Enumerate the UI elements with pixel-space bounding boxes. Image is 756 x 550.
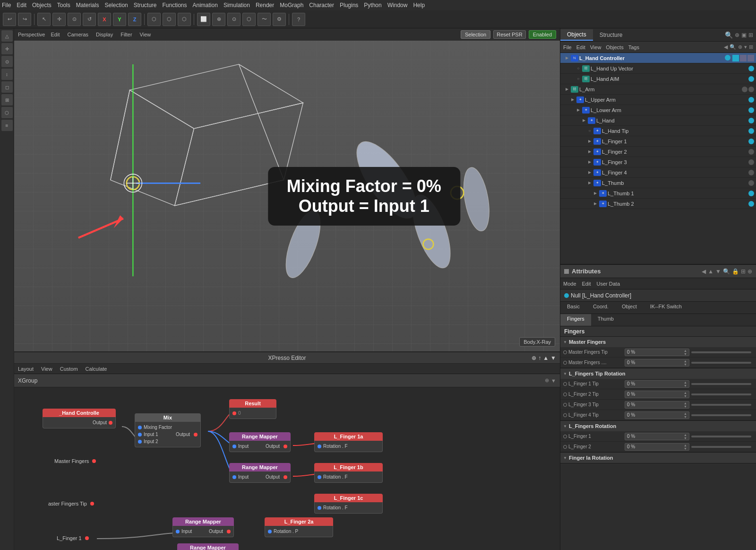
node-mix[interactable]: Mix Mixing Factor Input 1 Output <box>135 413 201 447</box>
menu-window[interactable]: Window <box>387 2 408 9</box>
menu-tools[interactable]: Tools <box>57 2 70 9</box>
obj-menu-tags[interactable]: Tags <box>628 44 639 50</box>
select-tool[interactable]: ↖ <box>37 13 51 26</box>
menu-render[interactable]: Render <box>256 2 274 9</box>
obj-toolbar-search[interactable]: 🔍 <box>730 44 736 50</box>
xp-menu-custom[interactable]: Custom <box>60 366 78 372</box>
lfingers-rot-header[interactable]: ▼ L_Fingers Rotation <box>560 421 756 431</box>
triangle-lhand[interactable]: ▶ <box>564 55 570 61</box>
spline-tool[interactable]: 〜 <box>258 13 271 26</box>
menu-simulation[interactable]: Simulation <box>223 2 250 9</box>
value-master-tip[interactable]: 0 % ▲ ▼ <box>625 349 689 356</box>
search-icon[interactable]: 🔍 <box>725 31 733 39</box>
obj-menu-file[interactable]: File <box>563 44 572 50</box>
attr-chevron-left[interactable]: ◀ <box>702 268 706 275</box>
spin-down-lf4-tip[interactable]: ▼ <box>684 415 687 419</box>
spin-lf2-rot[interactable]: ▲ ▼ <box>684 444 687 450</box>
spin-up-lf2-rot[interactable]: ▲ <box>684 444 687 447</box>
obj-item-llower-arm[interactable]: ▶ ✦ L_Lower Arm <box>560 105 756 115</box>
spin-down-master-rot[interactable]: ▼ <box>684 363 687 366</box>
value-lf2-rot[interactable]: 0 % ▲ ▼ <box>625 443 689 451</box>
y-axis[interactable]: Y <box>113 13 126 26</box>
menu-edit[interactable]: Edit <box>17 2 26 9</box>
spin-up-lf4-tip[interactable]: ▲ <box>684 412 687 415</box>
menu-file[interactable]: File <box>2 2 11 9</box>
sidebar-icon-4[interactable]: ↕ <box>1 69 13 80</box>
vp-cameras[interactable]: Cameras <box>65 31 90 38</box>
triangle-ltip[interactable]: ○ <box>587 128 593 134</box>
slider-lf3-tip[interactable] <box>691 404 751 406</box>
xp-menu-layout[interactable]: Layout <box>18 366 34 372</box>
spin-up-master-rot[interactable]: ▲ <box>684 359 687 363</box>
attr-menu-edit[interactable]: Edit <box>582 281 591 287</box>
slider-lf1-rot[interactable] <box>691 436 751 437</box>
attr-subtab-thumb[interactable]: Thumb <box>591 314 620 326</box>
attr-tab-basic[interactable]: Basic <box>560 302 586 314</box>
master-fingers-header[interactable]: ▼ Master Fingers <box>560 337 756 347</box>
attr-expand-icon[interactable]: ⊕ <box>747 268 752 275</box>
node-range-mapper-4[interactable]: Range Mapper Input <box>177 543 239 550</box>
sidebar-icon-8[interactable]: ≡ <box>1 120 13 131</box>
xp-icon-3[interactable]: ▲ <box>543 355 549 361</box>
xgroup-expand[interactable]: ⊕ <box>545 377 549 384</box>
vp-view[interactable]: View <box>138 31 153 38</box>
spin-up-master-tip[interactable]: ▲ <box>684 349 687 352</box>
obj-item-lfinger4[interactable]: ▶ ✦ L_Finger 4 <box>560 167 756 178</box>
menu-structure[interactable]: Structure <box>134 2 157 9</box>
node-canvas[interactable]: _Hand Controlle Output Master Fingers <box>14 387 560 550</box>
menu-materials[interactable]: Materials <box>76 2 99 9</box>
obj-item-lfinger1[interactable]: ▶ ✦ L_Finger 1 <box>560 136 756 147</box>
triangle-lthumb[interactable]: ▶ <box>587 180 593 186</box>
sidebar-icon-5[interactable]: ◻ <box>1 81 13 93</box>
triangle-lf3[interactable]: ▶ <box>587 159 593 165</box>
obj-toolbar-zoom-in[interactable]: ⊕ <box>738 44 742 50</box>
node-lfinger1a[interactable]: L_Finger 1a Rotation . F <box>314 432 383 452</box>
obj-item-lhand-aim[interactable]: ○ ⛓ L_Hand AIM <box>560 74 756 84</box>
attr-down-arrow[interactable]: ▼ <box>715 268 721 275</box>
spin-lf1-tip[interactable]: ▲ ▼ <box>684 381 687 387</box>
menu-selection[interactable]: Selection <box>104 2 128 9</box>
spin-down-lf1-tip[interactable]: ▼ <box>684 384 687 387</box>
vp-edit[interactable]: Edit <box>49 31 61 38</box>
slider-lf4-tip[interactable] <box>691 414 751 416</box>
attr-lock-icon[interactable]: 🔒 <box>732 268 739 275</box>
undo-button[interactable]: ↩ <box>3 13 16 26</box>
value-master-rot[interactable]: 0 % ▲ ▼ <box>625 359 689 367</box>
sidebar-icon-7[interactable]: ⬡ <box>1 107 13 118</box>
spin-down-master-tip[interactable]: ▼ <box>684 352 687 356</box>
slider-lf1-tip[interactable] <box>691 383 751 385</box>
render-view[interactable]: ⬡ <box>163 13 176 26</box>
spin-master-tip[interactable]: ▲ ▼ <box>684 349 687 356</box>
sidebar-icon-6[interactable]: ⊞ <box>1 94 13 105</box>
node-result[interactable]: Result 0 <box>229 399 276 419</box>
sidebar-icon-3[interactable]: ⊙ <box>1 56 13 67</box>
collapse-icon[interactable]: ▣ <box>741 32 747 38</box>
render-region[interactable]: ⬡ <box>147 13 161 26</box>
body-xray-button[interactable]: Body.X-Ray <box>519 337 555 347</box>
triangle-lhand-aim[interactable]: ○ <box>576 76 581 82</box>
attr-up-arrow[interactable]: ▲ <box>708 268 713 275</box>
sidebar-icon-2[interactable]: ✛ <box>1 43 13 54</box>
obj-item-lhand-controller[interactable]: ▶ N L_Hand Controller <box>560 53 756 63</box>
xp-menu-calculate[interactable]: Calculate <box>86 366 107 372</box>
slider-lf2-tip[interactable] <box>691 393 751 395</box>
obj-menu-view[interactable]: View <box>590 44 601 50</box>
attr-grid-icon[interactable]: ⊞ <box>741 268 746 275</box>
menu-objects[interactable]: Objects <box>32 2 52 9</box>
lfingers-tip-header[interactable]: ▼ L_Fingers Tip Rotation <box>560 368 756 379</box>
value-lf3-tip[interactable]: 0 % ▲ ▼ <box>625 401 689 409</box>
node-range-mapper-1[interactable]: Range Mapper Input Output <box>229 432 291 452</box>
value-lf1-tip[interactable]: 0 % ▲ ▼ <box>625 380 689 388</box>
spin-up-lf1-rot[interactable]: ▲ <box>684 433 687 437</box>
spin-up-lf2-tip[interactable]: ▲ <box>684 391 687 394</box>
spin-up-lf1-tip[interactable]: ▲ <box>684 381 687 384</box>
obj-item-lthumb[interactable]: ▶ ✦ L_Thumb <box>560 178 756 188</box>
deformer-tool[interactable]: ⚙ <box>273 13 286 26</box>
menu-mograph[interactable]: MoGraph <box>280 2 303 9</box>
slider-lf2-rot[interactable] <box>691 446 751 448</box>
menu-character[interactable]: Character <box>309 2 334 9</box>
cylinder-tool[interactable]: ⊙ <box>227 13 241 26</box>
xp-icon-2[interactable]: ↑ <box>538 355 541 361</box>
reset-psr-button[interactable]: Reset PSR <box>493 30 525 39</box>
spin-down-lf1-rot[interactable]: ▼ <box>684 437 687 440</box>
